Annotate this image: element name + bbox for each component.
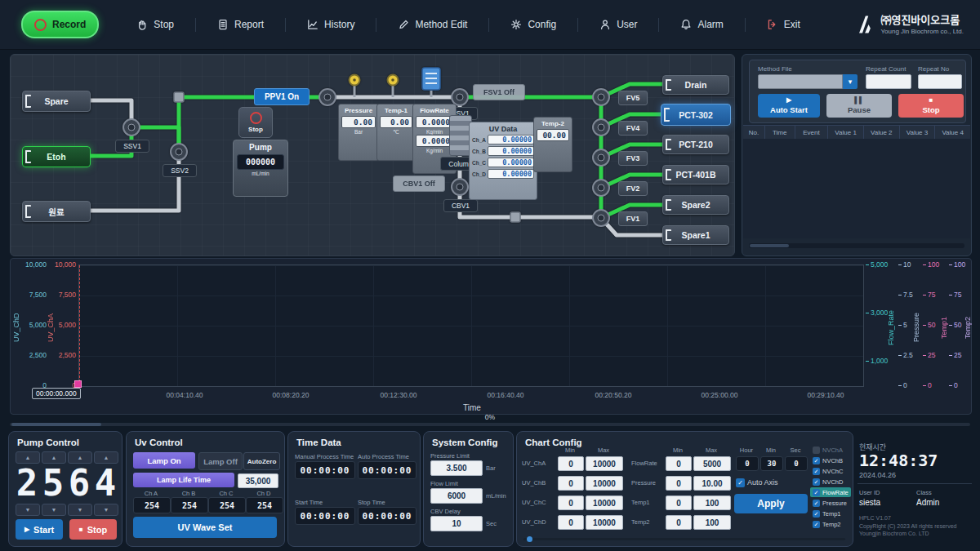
uv-wave-set-button[interactable]: UV Wave Set <box>133 517 277 538</box>
series-toggle-nvcha[interactable]: ✓NVChA <box>813 445 843 455</box>
wavelength-b-field[interactable]: 254 <box>171 497 208 513</box>
chart-scroll-thumb[interactable] <box>11 423 101 426</box>
method-edit-button[interactable]: Method Edit <box>376 19 488 30</box>
uv-chc-max-field[interactable] <box>586 495 623 510</box>
flowrate-max-field[interactable] <box>693 456 731 471</box>
wavelength-c-field[interactable]: 254 <box>208 497 246 513</box>
series-toggle-nvchb[interactable]: ✓NVChB <box>813 455 843 465</box>
up-icon: ▲ <box>25 455 31 460</box>
flowrate-min-field[interactable] <box>666 456 692 471</box>
pressure-unit: Bar <box>341 129 376 135</box>
input-port-raw[interactable]: 원료 <box>22 201 91 222</box>
digit4-down-button[interactable]: ▼ <box>94 504 118 516</box>
lamp-off-button[interactable]: Lamp Off <box>198 452 243 470</box>
uv-chd-min-field[interactable] <box>558 515 584 530</box>
fv2-valve-button[interactable]: FV2 <box>618 181 648 196</box>
input-port-spare[interactable]: Spare <box>22 91 91 112</box>
dropdown-button[interactable]: ▾ <box>843 74 858 89</box>
lamp-life-value-field[interactable] <box>238 473 278 488</box>
fv3-valve-button[interactable]: FV3 <box>618 151 648 166</box>
uv-chb-min-field[interactable] <box>558 476 584 491</box>
fv4-valve-button[interactable]: FV4 <box>618 121 648 136</box>
uv-control-panel: Uv Control Lamp On Lamp Off AutoZero Lam… <box>126 431 285 547</box>
flow-limit-field[interactable] <box>430 488 483 504</box>
uv-chc-min-field[interactable] <box>558 495 584 510</box>
exit-button[interactable]: Exit <box>746 19 822 30</box>
history-button[interactable]: History <box>286 19 376 30</box>
fv5-valve-button[interactable]: FV5 <box>618 91 648 105</box>
pump-start-label: Start <box>33 525 54 535</box>
repeat-count-field[interactable] <box>866 74 911 89</box>
pressure-limit-field[interactable] <box>430 460 483 476</box>
output-port-pct401b[interactable]: PCT-401B <box>662 165 729 184</box>
uv-chd-max-field[interactable] <box>586 515 623 530</box>
temp2-min-field[interactable] <box>666 515 692 530</box>
repeat-no-field[interactable] <box>918 74 962 89</box>
output-port-pct302[interactable]: PCT-302 <box>661 104 731 126</box>
hour-field[interactable]: 0 <box>736 456 759 471</box>
auto-axis-checkbox[interactable]: ✓ Auto Axis <box>736 478 778 487</box>
pump-stop-button-2[interactable]: ■ Stop <box>69 519 117 540</box>
alarm-button[interactable]: Alarm <box>659 19 744 30</box>
temp1-min-field[interactable] <box>666 495 692 510</box>
axis-label-temp2: Temp2 <box>964 282 972 373</box>
pause-button[interactable]: ▌▌ Pause <box>826 94 892 118</box>
method-file-select[interactable]: ▾ <box>758 74 858 89</box>
output-port-spare1[interactable]: Spare1 <box>662 225 729 245</box>
method-stop-button[interactable]: ■ Stop <box>898 94 964 118</box>
event-table-scroll-thumb[interactable] <box>750 244 789 247</box>
pressure-max-field[interactable] <box>693 476 731 491</box>
chart-config-scroll-track[interactable] <box>523 538 845 540</box>
report-button[interactable]: Report <box>196 19 285 30</box>
series-toggle-temp1[interactable]: ✓Temp1 <box>813 509 841 518</box>
uv-chd-label: Ch_D <box>472 171 486 177</box>
series-toggle-nvchd[interactable]: ✓NVChD <box>813 477 843 487</box>
lamp-life-time-button[interactable]: Lamp Life Time <box>133 473 234 487</box>
uv-cha-min-field[interactable] <box>558 456 584 471</box>
wavelength-a-field[interactable]: 254 <box>133 497 171 513</box>
output-port-spare2[interactable]: Spare2 <box>662 195 729 215</box>
output-port-drain[interactable]: Drain <box>662 75 729 95</box>
series-toggle-pressure[interactable]: ✓Pressure <box>813 498 847 508</box>
down-icon: ▼ <box>51 507 57 513</box>
digit3-down-button[interactable]: ▼ <box>68 504 92 516</box>
sec-field[interactable]: 0 <box>785 456 808 471</box>
copyright-line1: CopyRight (C) 2023 All rights reserved <box>859 523 956 529</box>
uv-cha-max-field[interactable] <box>586 456 623 471</box>
ch-d-header: Ch D <box>246 490 282 497</box>
fsv1-off-button[interactable]: FSV1 Off <box>473 84 525 100</box>
series-toggle-nvchc[interactable]: ✓NVChC <box>813 466 843 476</box>
wavelength-d-field[interactable]: 254 <box>246 497 283 513</box>
series-toggle-temp2[interactable]: ✓Temp2 <box>813 519 841 529</box>
series-toggle-flowrate[interactable]: ✓FlowRate <box>810 487 851 497</box>
temp2-value: 00.00 <box>537 129 569 141</box>
ppv1-valve-button[interactable]: PPV1 On <box>254 88 310 105</box>
event-table-scrollbar[interactable] <box>749 243 964 248</box>
pump-start-button[interactable]: ▶ Start <box>16 519 63 540</box>
autozero-button[interactable]: AutoZero <box>243 452 280 470</box>
uv-chb-max-field[interactable] <box>586 476 623 491</box>
cbv1-off-button[interactable]: CBV1 Off <box>393 176 445 192</box>
output-port-pct210[interactable]: PCT-210 <box>662 135 729 154</box>
cbv-delay-field[interactable] <box>430 516 483 531</box>
digit1-down-button[interactable]: ▼ <box>16 504 40 516</box>
chart-config-scroll-thumb[interactable] <box>527 536 532 542</box>
digit2-down-button[interactable]: ▼ <box>42 504 66 516</box>
exit-icon <box>767 19 778 30</box>
user-button[interactable]: User <box>578 19 658 30</box>
min-field[interactable]: 30 <box>760 456 783 471</box>
stop-button[interactable]: Stop <box>115 19 195 30</box>
class-label: Class <box>916 489 932 496</box>
chart-scroll-track[interactable] <box>10 423 970 426</box>
pump-stop-button[interactable]: Stop <box>238 107 273 138</box>
input-port-etoh[interactable]: Etoh <box>22 146 91 167</box>
config-button[interactable]: Config <box>489 19 577 30</box>
fv1-valve-button[interactable]: FV1 <box>618 211 648 226</box>
lamp-on-button[interactable]: Lamp On <box>133 452 195 469</box>
temp2-max-field[interactable] <box>693 515 731 530</box>
temp1-max-field[interactable] <box>693 495 731 510</box>
apply-button[interactable]: Apply <box>734 494 808 513</box>
auto-start-button[interactable]: ▶ Auto Start <box>758 94 820 118</box>
record-button[interactable]: Record <box>21 11 99 38</box>
pressure-min-field[interactable] <box>666 476 692 491</box>
